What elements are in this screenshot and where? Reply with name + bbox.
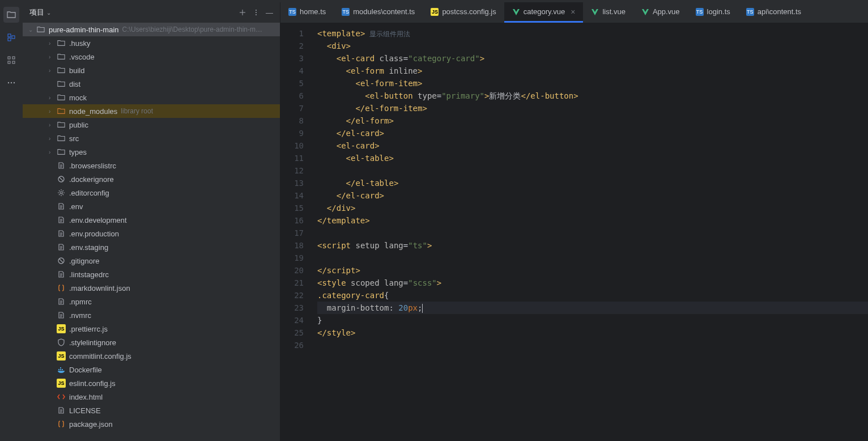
code-line[interactable]: <el-card>	[317, 139, 868, 152]
code-line[interactable]: </script>	[317, 264, 868, 277]
code-line[interactable]: </el-form>	[317, 115, 868, 127]
tree-item[interactable]: .env.production	[23, 227, 280, 240]
code-line[interactable]: }	[317, 314, 868, 326]
code-line[interactable]	[317, 227, 868, 239]
tree-item[interactable]: Dockerfile	[23, 363, 280, 376]
chevron-icon[interactable]: ›	[49, 122, 57, 128]
code-line[interactable]: <script setup lang="ts">	[317, 239, 868, 252]
code-line[interactable]: .category-card{	[317, 289, 868, 302]
editor-tab[interactable]: TShome.ts	[280, 2, 334, 23]
folder-icon	[57, 66, 66, 75]
tree-item[interactable]: .env.staging	[23, 240, 280, 254]
code-line[interactable]: </template>	[317, 214, 868, 227]
tree-item[interactable]: JS.prettierrc.js	[23, 322, 280, 336]
chevron-icon[interactable]: ›	[49, 54, 57, 60]
editor-tab[interactable]: App.vue	[633, 2, 688, 23]
tree-item[interactable]: .nvmrc	[23, 308, 280, 322]
tree-item[interactable]: .browserslistrc	[23, 159, 280, 172]
tree-item[interactable]: ›node_moduleslibrary root	[23, 104, 280, 118]
project-label[interactable]: 项目	[29, 7, 44, 18]
chevron-icon[interactable]: ›	[49, 40, 57, 46]
code-content[interactable]: <template>显示组件用法 <div> <el-card class="c…	[312, 23, 868, 441]
tree-item[interactable]: .env	[23, 200, 280, 213]
editor-tab[interactable]: TSlogin.ts	[688, 2, 738, 23]
tree-item[interactable]: .env.development	[23, 213, 280, 227]
tool-icon-bar	[0, 2, 23, 441]
editor-tab[interactable]: TSapi\content.ts	[738, 2, 809, 23]
file-tree[interactable]: ⌄ pure-admin-thin-main C:\Users\biezhiji…	[23, 23, 280, 441]
code-line[interactable]: <el-card class="category-card">	[317, 52, 868, 65]
code-line[interactable]: </el-card>	[317, 127, 868, 139]
tree-item-label: .env.staging	[69, 243, 108, 252]
tree-item[interactable]: .lintstagedrc	[23, 268, 280, 281]
tree-item[interactable]: ›src	[23, 132, 280, 145]
tree-item[interactable]: .dockerignore	[23, 172, 280, 186]
editor-tab[interactable]: TSmodules\content.ts	[334, 2, 423, 23]
chevron-down-icon[interactable]: ⌄	[28, 27, 36, 33]
code-line[interactable]: margin-bottom: 20px;	[317, 302, 868, 314]
code-line[interactable]: <el-button type="primary">新增分类</el-butto…	[317, 90, 868, 102]
collapse-icon[interactable]	[239, 9, 246, 16]
text-file-icon	[57, 406, 66, 415]
tree-item[interactable]: .markdownlint.json	[23, 281, 280, 295]
tree-item[interactable]: .stylelintignore	[23, 336, 280, 349]
line-number: 23	[280, 302, 304, 314]
line-number: 13	[280, 177, 304, 189]
chevron-down-icon[interactable]: ⌄	[46, 10, 51, 16]
tree-item[interactable]: ›build	[23, 63, 280, 77]
folder-tool-icon[interactable]	[3, 7, 19, 23]
bookmarks-tool-icon[interactable]	[3, 52, 19, 68]
line-number: 5	[280, 77, 304, 90]
tree-root[interactable]: ⌄ pure-admin-thin-main C:\Users\biezhiji…	[23, 23, 280, 36]
code-line[interactable]: <el-form inline>	[317, 65, 868, 77]
code-line[interactable]: <template>显示组件用法	[317, 27, 868, 40]
more-tool-icon[interactable]	[3, 75, 19, 91]
tree-item-label: .gitignore	[69, 257, 99, 265]
tree-item[interactable]: package.json	[23, 417, 280, 431]
editor-tabs[interactable]: TShome.tsTSmodules\content.tsJSpostcss.c…	[280, 2, 868, 23]
tab-label: App.vue	[653, 7, 680, 16]
code-line[interactable]: </el-form-item>	[317, 102, 868, 115]
code-line[interactable]: </style>	[317, 326, 868, 339]
json-file-icon	[57, 419, 66, 429]
editor-body[interactable]: 1234567891011121314151617181920212223242…	[280, 23, 868, 441]
tree-item[interactable]: ›types	[23, 145, 280, 159]
chevron-icon[interactable]: ›	[49, 149, 57, 155]
tree-item[interactable]: JScommitlint.config.js	[23, 349, 280, 363]
tree-item[interactable]: ›mock	[23, 91, 280, 104]
code-line[interactable]	[317, 339, 868, 351]
settings-icon[interactable]	[252, 9, 260, 16]
chevron-icon[interactable]: ›	[49, 135, 57, 142]
tree-item[interactable]: .gitignore	[23, 254, 280, 268]
hide-icon[interactable]: —	[266, 9, 273, 17]
code-line[interactable]	[317, 252, 868, 264]
code-line[interactable]: <el-form-item>	[317, 77, 868, 90]
tree-item[interactable]: ›.vscode	[23, 50, 280, 63]
code-line[interactable]: </div>	[317, 202, 868, 214]
tree-item[interactable]: .editorconfig	[23, 186, 280, 200]
tree-item[interactable]: ›.husky	[23, 36, 280, 50]
code-line[interactable]: <el-table>	[317, 152, 868, 164]
chevron-icon[interactable]: ›	[49, 95, 57, 101]
chevron-icon[interactable]: ›	[49, 108, 57, 115]
code-line[interactable]: </el-table>	[317, 177, 868, 189]
editor-tab[interactable]: category.vue×	[504, 2, 584, 23]
chevron-icon[interactable]: ›	[49, 67, 57, 74]
tree-item[interactable]: .npmrc	[23, 295, 280, 308]
text-file-icon	[57, 202, 66, 211]
structure-tool-icon[interactable]	[3, 29, 19, 45]
tree-item[interactable]: ›public	[23, 118, 280, 132]
close-icon[interactable]: ×	[571, 7, 575, 16]
code-line[interactable]: <style scoped lang="scss">	[317, 277, 868, 289]
tab-label: login.ts	[707, 7, 730, 16]
folder-icon	[36, 25, 45, 34]
editor-tab[interactable]: JSpostcss.config.js	[423, 2, 504, 23]
editor-tab[interactable]: list.vue	[583, 2, 633, 23]
tree-item[interactable]: dist	[23, 77, 280, 91]
code-line[interactable]: </el-card>	[317, 189, 868, 202]
tree-item[interactable]: LICENSE	[23, 404, 280, 417]
code-line[interactable]: <div>	[317, 40, 868, 52]
tree-item[interactable]: JSeslint.config.js	[23, 376, 280, 390]
code-line[interactable]	[317, 164, 868, 177]
tree-item[interactable]: index.html	[23, 390, 280, 404]
